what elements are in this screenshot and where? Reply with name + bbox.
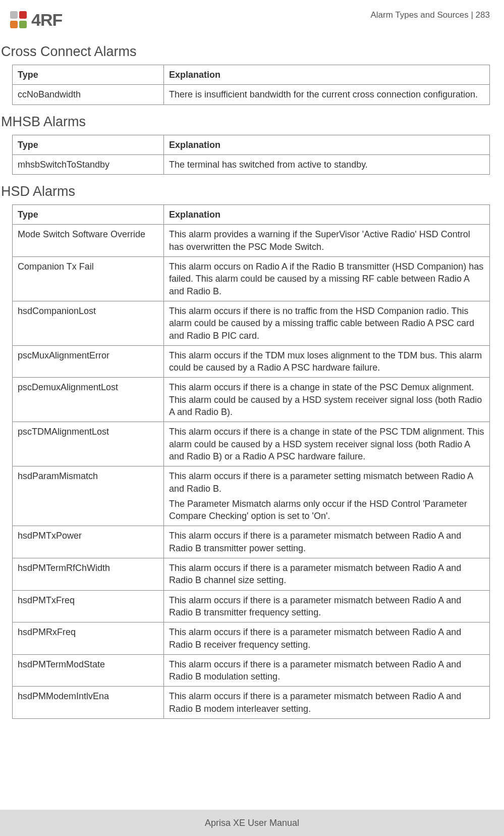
page-footer: Aprisa XE User Manual [0,810,504,836]
alarm-type: hsdPMTxFreq [13,590,164,622]
table-row: hsdParamMismatchThis alarm occurs if the… [13,466,490,526]
alarm-explanation: This alarm occurs if the TDM mux loses a… [164,345,490,378]
alarm-explanation: This alarm occurs if there is a paramete… [164,526,490,558]
alarm-explanation: This alarm provides a warning if the Sup… [164,225,490,257]
column-header: Explanation [164,205,490,225]
alarm-explanation: This alarm occurs if there is a paramete… [164,654,490,687]
table-row: Mode Switch Software OverrideThis alarm … [13,225,490,257]
table-row: pscDemuxAlignmentLostThis alarm occurs i… [13,378,490,422]
page-header: 4RF Alarm Types and Sources | 283 [1,10,490,30]
alarm-type: pscDemuxAlignmentLost [13,378,164,422]
alarm-explanation: There is insufficient bandwidth for the … [164,85,490,104]
alarm-type: pscTDMAlignmentLost [13,422,164,466]
alarm-type: Companion Tx Fail [13,257,164,301]
alarm-explanation: This alarm occurs if there is a paramete… [164,622,490,655]
table-row: hsdPMTermRfChWidthThis alarm occurs if t… [13,558,490,591]
alarm-type: hsdCompanionLost [13,301,164,345]
table-row: hsdPMTxPowerThis alarm occurs if there i… [13,526,490,558]
alarm-type: hsdParamMismatch [13,466,164,526]
alarm-type: ccNoBandwidth [13,85,164,104]
column-header: Type [13,205,164,225]
alarm-type: hsdPMTxPower [13,526,164,558]
alarm-type: hsdPMTermModState [13,654,164,687]
table-row: hsdPMRxFreqThis alarm occurs if there is… [13,622,490,655]
alarm-explanation: This alarm occurs if there is a change i… [164,422,490,466]
section-heading: MHSB Alarms [1,114,490,130]
table-row: hsdPMTermModStateThis alarm occurs if th… [13,654,490,687]
alarm-explanation: This alarm occurs if there is a change i… [164,378,490,422]
table-row: Companion Tx FailThis alarm occurs on Ra… [13,257,490,301]
alarm-explanation: This alarm occurs on Radio A if the Radi… [164,257,490,301]
logo-icon [10,11,28,29]
alarm-table: TypeExplanationMode Switch Software Over… [12,204,490,719]
table-row: hsdCompanionLostThis alarm occurs if the… [13,301,490,345]
section-heading: HSD Alarms [1,184,490,199]
footer-text: Aprisa XE User Manual [205,818,299,828]
alarm-type: Mode Switch Software Override [13,225,164,257]
alarm-explanation: This alarm occurs if there is a paramete… [164,558,490,591]
column-header: Explanation [164,135,490,154]
table-row: mhsbSwitchToStandbyThe terminal has swit… [13,154,490,174]
alarm-explanation: The terminal has switched from active to… [164,154,490,174]
alarm-type: hsdPMTermRfChWidth [13,558,164,591]
logo-text: 4RF [31,10,62,30]
alarm-explanation: This alarm occurs if there is a paramete… [164,687,490,719]
header-right-text: Alarm Types and Sources | 283 [370,10,490,20]
logo: 4RF [1,10,62,30]
alarm-table: TypeExplanationmhsbSwitchToStandbyThe te… [12,135,490,175]
table-row: pscTDMAlignmentLostThis alarm occurs if … [13,422,490,466]
column-header: Type [13,135,164,154]
alarm-table: TypeExplanationccNoBandwidthThere is ins… [12,65,490,105]
alarm-explanation: This alarm occurs if there is a paramete… [164,466,490,526]
alarm-type: mhsbSwitchToStandby [13,154,164,174]
column-header: Type [13,65,164,85]
alarm-type: pscMuxAlignmentError [13,345,164,378]
alarm-explanation: This alarm occurs if there is no traffic… [164,301,490,345]
section-heading: Cross Connect Alarms [1,44,490,60]
column-header: Explanation [164,65,490,85]
alarm-type: hsdPMModemIntlvEna [13,687,164,719]
table-row: hsdPMModemIntlvEnaThis alarm occurs if t… [13,687,490,719]
alarm-type: hsdPMRxFreq [13,622,164,655]
table-row: ccNoBandwidthThere is insufficient bandw… [13,85,490,104]
alarm-explanation: This alarm occurs if there is a paramete… [164,590,490,622]
table-row: hsdPMTxFreqThis alarm occurs if there is… [13,590,490,622]
table-row: pscMuxAlignmentErrorThis alarm occurs if… [13,345,490,378]
